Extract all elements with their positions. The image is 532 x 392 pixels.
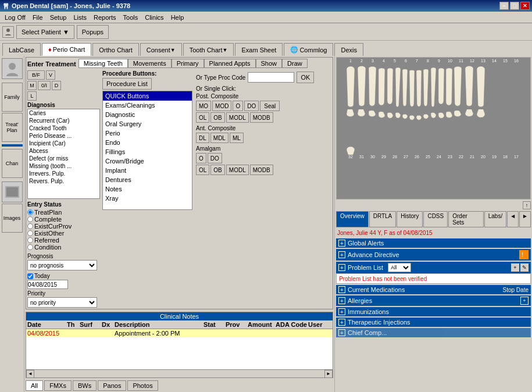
diag-cracked[interactable]: Cracked Tooth	[28, 124, 99, 132]
menu-reports[interactable]: Reports	[90, 13, 120, 22]
allergies-info-icon[interactable]: +	[520, 297, 529, 305]
diag-missing[interactable]: Missing (tooth ...	[28, 162, 99, 170]
menu-clinics[interactable]: Clinics	[141, 13, 167, 22]
m-button[interactable]: M	[27, 81, 37, 90]
mdl-button[interactable]: MDL	[210, 133, 228, 143]
amal-modl-button[interactable]: MODL	[226, 165, 249, 175]
today-checkbox[interactable]	[27, 273, 33, 279]
overview-content[interactable]: + Global Alerts + Advance Directive ! + …	[336, 238, 531, 391]
sidebar-treat-plan[interactable]: Treat'Plan	[2, 113, 23, 142]
tab-tooth-chart[interactable]: Tooth Chart ▼	[183, 43, 234, 56]
additional-expand[interactable]: +	[338, 329, 345, 336]
additional-section[interactable]: + Chief Comp...	[336, 328, 531, 337]
status-condition[interactable]: Condition	[27, 244, 100, 251]
ov-tab-cdss[interactable]: CDSS	[423, 211, 448, 227]
notes-hscrollbar[interactable]: ◄ ►	[26, 369, 333, 377]
minimize-button[interactable]: −	[499, 2, 509, 10]
proc-endo[interactable]: Endo	[103, 138, 192, 147]
problem-list-expand[interactable]: +	[338, 264, 345, 271]
tab-bws[interactable]: BWs	[73, 380, 97, 391]
ov-tab-labs[interactable]: Labs/	[484, 211, 506, 227]
medications-expand[interactable]: +	[338, 286, 345, 293]
sub-tab-planned-appts[interactable]: Planned Appts	[204, 59, 256, 68]
proc-diagnostic[interactable]: Diagnostic	[103, 110, 192, 119]
therapeutic-expand[interactable]: +	[338, 319, 345, 326]
proc-implant[interactable]: Implant	[103, 166, 192, 175]
maximize-button[interactable]: □	[510, 2, 519, 10]
select-patient-button[interactable]: Select Patient ▼	[16, 25, 74, 39]
menu-help[interactable]: Help	[167, 13, 188, 22]
sidebar-images[interactable]: Images	[2, 204, 23, 233]
status-treatplan[interactable]: TreatPlan	[27, 209, 100, 216]
ml-button[interactable]: ML	[230, 133, 244, 143]
advance-directive-expand[interactable]: +	[338, 251, 345, 258]
proc-exams[interactable]: Exams/Cleanings	[103, 101, 192, 110]
global-alerts-section[interactable]: + Global Alerts	[336, 238, 531, 248]
amal-ob-button[interactable]: OB	[210, 165, 224, 175]
proc-notes[interactable]: Notes	[103, 184, 192, 194]
dl-button[interactable]: DL	[196, 133, 209, 143]
modb-button[interactable]: MODB	[250, 112, 273, 123]
ol-button[interactable]: OL	[196, 112, 209, 123]
tab-fmxs[interactable]: FMXs	[44, 380, 72, 391]
ok-button[interactable]: OK	[297, 72, 314, 83]
procedure-list-btn[interactable]: Procedure List	[102, 78, 152, 90]
ob-button[interactable]: OB	[210, 112, 224, 123]
diag-recurrent[interactable]: Recurrent (Car)	[28, 117, 99, 124]
tab-perio-chart[interactable]: ♦Perio Chart	[42, 43, 91, 56]
tab-commlog[interactable]: 🌐Commlog	[284, 43, 333, 56]
proc-code-input[interactable]	[248, 72, 294, 83]
diag-revers[interactable]: Revers. Pulp.	[28, 177, 99, 185]
menu-tools[interactable]: Tools	[120, 13, 142, 22]
diag-irrevers[interactable]: Irrevers. Pulp.	[28, 170, 99, 177]
therapeutic-section[interactable]: + Therapeutic Injections	[336, 318, 531, 327]
amal-modb-button[interactable]: MODB	[250, 165, 273, 175]
proc-buttons-list[interactable]: QUICK Buttons Exams/Cleanings Diagnostic…	[102, 91, 192, 210]
allergies-expand[interactable]: +	[338, 297, 345, 304]
diag-defect[interactable]: Defect (or miss	[28, 155, 99, 162]
sub-tab-draw[interactable]: Draw	[282, 59, 308, 68]
notes-scroll-area[interactable]: 04/08/2015 Appointment - 2:00 PM	[26, 329, 333, 369]
amal-o-button[interactable]: O	[196, 153, 206, 163]
advance-directive-section[interactable]: + Advance Directive !	[336, 249, 531, 261]
priority-select[interactable]: no priority	[27, 297, 97, 308]
o-button[interactable]: O	[233, 101, 243, 111]
tab-exam-sheet[interactable]: Exam Sheet	[235, 43, 283, 56]
proc-quick[interactable]: QUICK Buttons	[103, 91, 192, 101]
sub-tab-primary[interactable]: Primary	[172, 59, 204, 68]
ov-tab-next[interactable]: ►	[519, 211, 531, 227]
scroll-left-btn[interactable]: ◄	[26, 370, 34, 378]
status-complete[interactable]: Complete	[27, 216, 100, 223]
proc-fillings[interactable]: Fillings	[103, 147, 192, 156]
proc-perio[interactable]: Perio	[103, 129, 192, 138]
ov-tab-drtla[interactable]: DRTLA	[369, 211, 397, 227]
allergies-section[interactable]: + Allergies +	[336, 295, 531, 306]
proc-dentures[interactable]: Dentures	[103, 175, 192, 184]
diag-caries[interactable]: Caries	[28, 109, 99, 117]
sub-tab-show[interactable]: Show	[256, 59, 283, 68]
oi-button[interactable]: 0/I	[38, 81, 51, 90]
prognosis-select[interactable]: no prognosis	[27, 260, 97, 270]
diag-perio[interactable]: Perio Disease ...	[28, 132, 99, 140]
date-input[interactable]	[27, 280, 68, 289]
diagnosis-list[interactable]: Caries Recurrent (Car) Cracked Tooth Per…	[27, 109, 100, 199]
immunizations-section[interactable]: + Immunizations	[336, 307, 531, 316]
problem-list-filter[interactable]: All	[388, 263, 411, 272]
sub-tab-movements[interactable]: Movements	[128, 59, 172, 68]
scroll-right-btn[interactable]: ►	[324, 370, 333, 378]
ov-tab-overview[interactable]: Overview	[336, 211, 369, 227]
expand-button[interactable]: ↑	[523, 201, 531, 209]
status-existcur[interactable]: ExistCurProv	[27, 223, 100, 230]
tab-ortho-chart[interactable]: Ortho Chart	[92, 43, 138, 56]
amal-do-button[interactable]: DO	[208, 153, 222, 163]
sub-tab-missing-teeth[interactable]: Missing Teeth	[78, 59, 128, 68]
bf-button[interactable]: B/F	[27, 70, 45, 80]
proc-oral-surgery[interactable]: Oral Surgery	[103, 119, 192, 129]
ov-tab-prev[interactable]: ◄	[507, 211, 519, 227]
seal-button[interactable]: Seal	[260, 101, 280, 111]
close-button[interactable]: ✕	[520, 2, 530, 10]
mod-button[interactable]: MOD	[212, 101, 231, 111]
sidebar-chart[interactable]: Chan	[2, 149, 23, 178]
ov-tab-history[interactable]: History	[397, 211, 423, 227]
ov-tab-order-sets[interactable]: Order Sets	[448, 211, 484, 227]
